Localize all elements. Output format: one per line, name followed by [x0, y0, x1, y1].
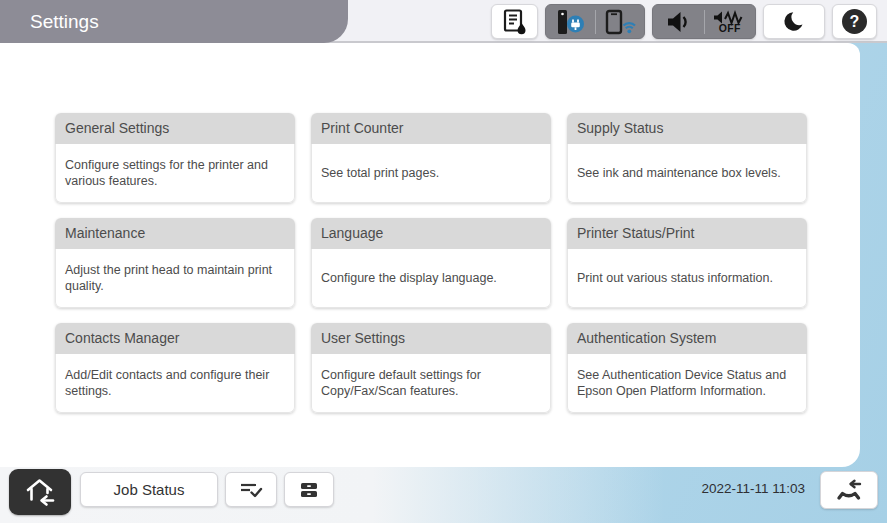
card-title: Printer Status/Print	[567, 218, 807, 249]
phone-incoming-icon	[834, 477, 864, 503]
usb-device-status-icon	[546, 5, 595, 38]
card-description: Configure the display language.	[311, 249, 551, 308]
top-action-buttons: OFF ?	[491, 4, 877, 39]
sound-settings-button[interactable]: OFF	[652, 4, 756, 39]
card-language[interactable]: Language Configure the display language.	[311, 218, 551, 308]
card-printer-status-print[interactable]: Printer Status/Print Print out various s…	[567, 218, 807, 308]
clock: 2022-11-11 11:03	[701, 481, 805, 496]
card-title: User Settings	[311, 323, 551, 354]
card-maintenance[interactable]: Maintenance Adjust the print head to mai…	[55, 218, 295, 308]
moon-icon	[781, 9, 807, 35]
page-title: Settings	[0, 0, 348, 43]
job-status-button[interactable]: Job Status	[80, 472, 218, 507]
card-description: See ink and maintenance box levels.	[567, 144, 807, 203]
card-description: Adjust the print head to maintain print …	[55, 249, 295, 308]
card-contacts-manager[interactable]: Contacts Manager Add/Edit contacts and c…	[55, 323, 295, 413]
incoming-call-button[interactable]	[820, 471, 878, 509]
card-description: Print out various status information.	[567, 249, 807, 308]
card-description: See total print pages.	[311, 144, 551, 203]
job-log-button[interactable]	[225, 472, 277, 507]
speaker-icon	[653, 5, 704, 38]
card-general-settings[interactable]: General Settings Configure settings for …	[55, 113, 295, 203]
quiet-mode-off-icon: OFF	[705, 5, 756, 38]
card-description: See Authentication Device Status and Eps…	[567, 354, 807, 413]
card-title: Maintenance	[55, 218, 295, 249]
card-title: General Settings	[55, 113, 295, 144]
settings-card-grid: General Settings Configure settings for …	[55, 113, 807, 413]
home-button[interactable]	[9, 469, 71, 515]
help-button[interactable]: ?	[832, 4, 877, 39]
card-description: Configure settings for the printer and v…	[55, 144, 295, 203]
wifi-device-status-icon	[596, 5, 645, 38]
card-description: Configure default settings for Copy/Fax/…	[311, 354, 551, 413]
home-icon	[22, 476, 58, 508]
paper-tray-icon	[299, 481, 319, 499]
sleep-button[interactable]	[763, 4, 825, 39]
card-supply-status[interactable]: Supply Status See ink and maintenance bo…	[567, 113, 807, 203]
help-icon: ?	[842, 9, 867, 34]
card-user-settings[interactable]: User Settings Configure default settings…	[311, 323, 551, 413]
paper-setting-button[interactable]	[491, 4, 538, 39]
card-title: Supply Status	[567, 113, 807, 144]
card-description: Add/Edit contacts and configure their se…	[55, 354, 295, 413]
card-title: Contacts Manager	[55, 323, 295, 354]
paper-ink-icon	[502, 8, 528, 36]
card-title: Language	[311, 218, 551, 249]
settings-panel: General Settings Configure settings for …	[0, 43, 860, 467]
card-authentication-system[interactable]: Authentication System See Authentication…	[567, 323, 807, 413]
quiet-off-label: OFF	[719, 23, 741, 34]
paper-tray-button[interactable]	[284, 472, 334, 507]
job-log-icon	[239, 480, 263, 500]
network-status-button[interactable]	[545, 4, 645, 39]
card-title: Print Counter	[311, 113, 551, 144]
card-print-counter[interactable]: Print Counter See total print pages.	[311, 113, 551, 203]
job-status-label: Job Status	[114, 481, 185, 498]
card-title: Authentication System	[567, 323, 807, 354]
